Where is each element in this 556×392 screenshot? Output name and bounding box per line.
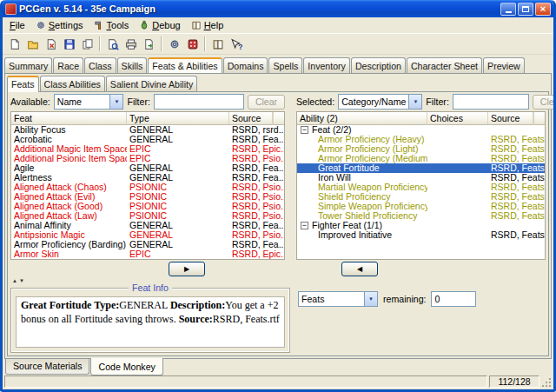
- available-col-feat[interactable]: Feat: [11, 112, 127, 125]
- chevron-down-icon[interactable]: ▼: [109, 95, 122, 109]
- available-feat-row[interactable]: Additional Psionic Item SpaceEPICRSRD, P…: [11, 154, 284, 163]
- subtab-salient-divine-ability[interactable]: Salient Divine Ability: [106, 76, 197, 91]
- menu-tools[interactable]: Tools: [89, 19, 135, 31]
- tab-character-sheet[interactable]: Character Sheet: [407, 57, 482, 73]
- available-feat-row[interactable]: Aligned Attack (Good)PSIONICRSRD, Psio..…: [11, 202, 284, 211]
- subtab-feats[interactable]: Feats: [7, 76, 39, 92]
- gmgen-button[interactable]: [183, 35, 202, 53]
- tab-inventory[interactable]: Inventory: [303, 57, 350, 73]
- open-character-button[interactable]: [23, 35, 42, 53]
- selected-view-combo[interactable]: Category/Name ▼: [338, 94, 422, 110]
- available-feat-row[interactable]: Additional Magic Item SpaceEPICRSRD, Epi…: [11, 144, 284, 154]
- save-all-button[interactable]: [78, 35, 96, 53]
- menu-label: Help: [204, 20, 224, 30]
- available-feat-row[interactable]: AlertnessGENERALRSRD, Fea...: [11, 173, 284, 183]
- selected-feat-row[interactable]: Armor Proficiency (Heavy)RSRD, Feats.rtf: [297, 135, 545, 144]
- available-col-type[interactable]: Type: [127, 112, 229, 125]
- context-help-button[interactable]: ?: [227, 35, 245, 53]
- collapse-node-icon[interactable]: −: [301, 126, 308, 134]
- tab-preview[interactable]: Preview: [483, 57, 525, 73]
- collapse-node-icon[interactable]: −: [301, 222, 308, 229]
- tab-race[interactable]: Race: [53, 57, 83, 73]
- available-feat-row[interactable]: AgileGENERALRSRD, Fea...: [11, 163, 284, 173]
- selected-feat-row[interactable]: Armor Proficiency (Medium)RSRD, Feats.rt…: [297, 154, 545, 163]
- bottom-vertical-splitter[interactable]: [290, 284, 296, 355]
- bottom-tab-code-monkey[interactable]: Code Monkey: [90, 358, 162, 375]
- hammer-icon: [94, 20, 104, 30]
- selected-feat-row[interactable]: Improved InitiativeRSRD, Feats.rtf: [297, 230, 545, 240]
- selected-filter-input[interactable]: [453, 94, 529, 110]
- ability-name-cell: Great Fortitude: [297, 163, 427, 173]
- chevron-down-icon[interactable]: ▼: [364, 292, 377, 306]
- close-character-button[interactable]: [42, 35, 60, 53]
- available-feat-row[interactable]: Aligned Attack (Evil)PSIONICRSRD, Psio..…: [11, 192, 284, 202]
- selected-feat-row[interactable]: Simple Weapon ProficiencyRSRD, Feats.rtf: [297, 202, 545, 211]
- selected-group-row[interactable]: −Feat (2/2): [297, 125, 545, 135]
- add-feat-button[interactable]: ▶: [169, 262, 205, 276]
- selected-col-ability-2[interactable]: Ability (2): [297, 112, 427, 125]
- maximize-button[interactable]: [518, 3, 533, 16]
- tab-feats-abilities[interactable]: Feats & Abilities: [148, 57, 222, 73]
- available-feat-row[interactable]: AcrobaticGENERALRSRD, Fea...: [11, 135, 284, 144]
- preferences-button[interactable]: [165, 35, 183, 53]
- selected-feat-row[interactable]: Tower Shield ProficiencyRSRD, Feats.rtf: [297, 211, 545, 221]
- available-feat-row[interactable]: Antipsionic MagicGENERALRSRD, Psio...: [11, 230, 284, 240]
- print-preview-button[interactable]: [103, 35, 122, 53]
- tab-class[interactable]: Class: [84, 57, 116, 73]
- selected-column-options-button[interactable]: [533, 112, 545, 125]
- available-table-header: FeatTypeSource: [11, 112, 284, 125]
- selected-feat-row[interactable]: Shield ProficiencyRSRD, Feats.rtf: [297, 192, 545, 202]
- title-bar[interactable]: PCGen v. 5.14 - 35e Campaign ×: [3, 0, 553, 17]
- save-character-button[interactable]: [60, 35, 78, 53]
- tab-spells[interactable]: Spells: [268, 57, 302, 73]
- menu-settings[interactable]: Settings: [30, 19, 89, 31]
- menu-file[interactable]: File: [4, 19, 30, 31]
- vertical-splitter[interactable]: [288, 92, 294, 277]
- export-button[interactable]: [140, 35, 158, 53]
- tab-domains[interactable]: Domains: [223, 57, 268, 73]
- available-view-value: Name: [55, 96, 110, 107]
- available-view-combo[interactable]: Name ▼: [54, 94, 124, 110]
- help-button[interactable]: [208, 35, 227, 53]
- available-feat-row[interactable]: Ability FocusGENERALRSRD, rsrd...: [11, 125, 284, 135]
- feat-info-title: Feat Info: [129, 283, 172, 292]
- available-feat-row[interactable]: Aligned Attack (Law)PSIONICRSRD, Psio...: [11, 211, 284, 221]
- feat-type-cell: PSIONIC: [127, 211, 229, 221]
- available-clear-button[interactable]: Clear: [248, 95, 285, 110]
- close-button[interactable]: ×: [535, 3, 551, 16]
- available-table-body: Ability FocusGENERALRSRD, rsrd...Acrobat…: [11, 125, 284, 259]
- chevron-down-icon[interactable]: ▼: [408, 95, 421, 109]
- resize-grip[interactable]: [541, 375, 552, 388]
- selected-col-source[interactable]: Source: [488, 112, 533, 125]
- tab-description[interactable]: Description: [351, 57, 406, 73]
- remove-feat-button[interactable]: ◀: [341, 262, 378, 276]
- feat-category-combo[interactable]: Feats ▼: [298, 291, 378, 307]
- print-button[interactable]: [122, 35, 140, 53]
- bottom-tab-source-materials[interactable]: Source Materials: [5, 359, 89, 375]
- selected-feat-row[interactable]: Martial Weapon ProficiencyRSRD, Feats.rt…: [297, 183, 545, 192]
- selected-feat-row[interactable]: Iron WillRSRD, Feats.rtf: [297, 173, 545, 183]
- selected-clear-button[interactable]: Clear: [533, 95, 556, 110]
- selected-group-row[interactable]: −Fighter Feat (1/1): [297, 221, 545, 230]
- available-feat-row[interactable]: Armor Proficiency (Barding)GENERALRSRD, …: [11, 240, 284, 249]
- available-feat-row[interactable]: Animal AffinityGENERALRSRD, Fea...: [11, 221, 284, 230]
- tab-summary[interactable]: Summary: [4, 57, 52, 73]
- menu-help[interactable]: Help: [186, 19, 229, 31]
- selected-col-choices[interactable]: Choices: [427, 112, 488, 125]
- available-feat-row[interactable]: Armor SkinEPICRSRD, Epic...: [11, 249, 284, 259]
- available-feat-row[interactable]: Aligned Attack (Chaos)PSIONICRSRD, Psio.…: [11, 183, 284, 192]
- group-label: Feat (2/2): [312, 125, 352, 135]
- subtab-class-abilities[interactable]: Class Abilities: [40, 76, 105, 91]
- ability-source-cell: RSRD, Feats.rtf: [488, 192, 545, 202]
- selected-feat-row[interactable]: Great FortitudeRSRD, Feats.rtf: [297, 163, 545, 173]
- available-filter-input[interactable]: [154, 94, 244, 110]
- remaining-input[interactable]: [431, 291, 476, 307]
- minimize-button[interactable]: [500, 3, 516, 16]
- available-col-source[interactable]: Source: [229, 112, 273, 125]
- selected-feat-row[interactable]: Armor Proficiency (Light)RSRD, Feats.rtf: [297, 144, 545, 154]
- available-column-options-button[interactable]: [273, 112, 284, 125]
- feat-name-cell: Additional Psionic Item Space: [11, 154, 127, 163]
- menu-debug[interactable]: Debug: [134, 19, 185, 31]
- new-character-button[interactable]: [5, 35, 23, 53]
- tab-skills[interactable]: Skills: [117, 57, 148, 73]
